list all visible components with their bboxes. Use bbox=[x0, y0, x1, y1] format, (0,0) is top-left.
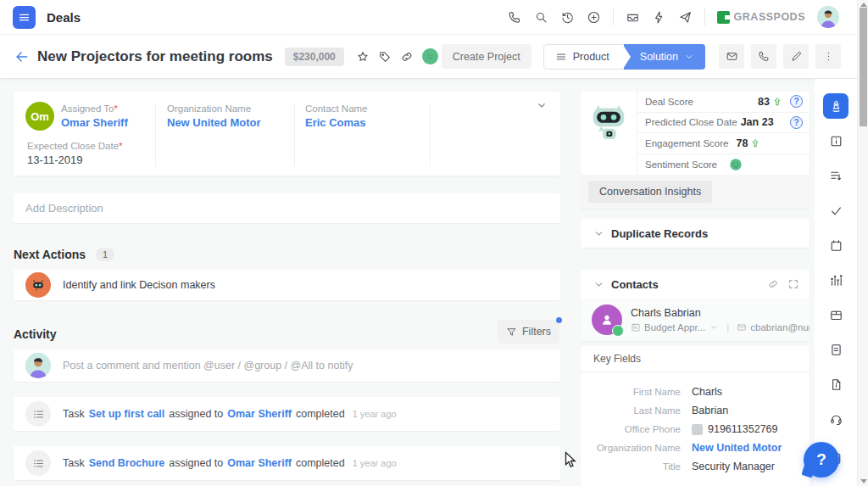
sales-list-icon bbox=[829, 169, 843, 183]
activity-timestamp: 1 year ago bbox=[353, 409, 397, 419]
ai-robot-mascot bbox=[581, 92, 637, 175]
link-button[interactable] bbox=[400, 50, 414, 64]
deal-score-value: 83 bbox=[758, 96, 770, 108]
task-assignee-link[interactable]: Omar Sheriff bbox=[227, 408, 292, 420]
add-button[interactable] bbox=[587, 10, 601, 25]
scrollbar-down-arrow[interactable] bbox=[860, 479, 867, 483]
field-value: Security Manager bbox=[692, 461, 775, 472]
expand-contacts-button[interactable] bbox=[787, 278, 799, 290]
menu-button[interactable] bbox=[13, 6, 36, 29]
rail-info-button[interactable] bbox=[823, 128, 849, 154]
description-input[interactable] bbox=[14, 202, 560, 215]
organization-label: Organization Name bbox=[167, 103, 261, 114]
next-action-item[interactable]: Identify and link Decison makers bbox=[14, 270, 560, 300]
activity-status: completed bbox=[296, 408, 345, 420]
scrollbar-up-arrow[interactable] bbox=[860, 3, 867, 7]
send-button[interactable] bbox=[678, 10, 693, 25]
expand-icon bbox=[787, 278, 799, 290]
bolt-icon bbox=[652, 10, 666, 25]
predicted-close-value: Jan 23 bbox=[741, 116, 774, 128]
duplicate-records-section[interactable]: Duplicate Records bbox=[581, 219, 810, 248]
field-label: Organization Name bbox=[581, 443, 681, 453]
stage-solution[interactable]: Solution bbox=[624, 44, 705, 70]
assigned-to-value[interactable]: Omar Sheriff bbox=[61, 116, 128, 129]
phone-button[interactable] bbox=[751, 44, 776, 69]
inbox-button[interactable] bbox=[626, 10, 640, 25]
field-label: First Name bbox=[581, 387, 681, 397]
edit-button[interactable] bbox=[783, 44, 809, 69]
organization-value[interactable]: New United Motor bbox=[167, 116, 261, 129]
contact-row[interactable]: Charls Babrian Budget Appr... | cbabrian… bbox=[581, 299, 810, 341]
tag-icon bbox=[378, 50, 392, 64]
more-options-button[interactable] bbox=[815, 44, 841, 69]
mouse-cursor bbox=[565, 451, 577, 469]
bolt-button[interactable] bbox=[652, 10, 666, 25]
rail-quotes-button[interactable] bbox=[823, 371, 849, 397]
headset-icon bbox=[829, 412, 843, 427]
stage-menu-icon bbox=[555, 51, 567, 63]
description-card bbox=[14, 193, 560, 223]
check-icon bbox=[829, 204, 843, 218]
activity-heading: Activity bbox=[14, 327, 57, 341]
phone-icon bbox=[758, 50, 771, 63]
email-button[interactable] bbox=[719, 44, 744, 69]
tag-button[interactable] bbox=[378, 50, 392, 64]
field-value: 919611352769 bbox=[692, 423, 778, 435]
rail-notes-button[interactable] bbox=[823, 337, 849, 362]
search-button[interactable] bbox=[534, 10, 548, 25]
back-button[interactable] bbox=[14, 48, 31, 65]
task-assignee-link[interactable]: Omar Sheriff bbox=[227, 457, 292, 469]
favorite-button[interactable] bbox=[356, 50, 370, 64]
key-fields-title: Key Fields bbox=[581, 346, 810, 372]
call-button[interactable] bbox=[508, 10, 522, 25]
assigned-to-label: Assigned To* bbox=[61, 103, 128, 114]
chevron-down-icon bbox=[535, 98, 548, 112]
help-icon[interactable]: ? bbox=[790, 95, 803, 108]
help-chat-glyph: ? bbox=[816, 450, 826, 469]
link-contact-button[interactable] bbox=[767, 278, 779, 290]
create-project-button[interactable]: Create Project bbox=[442, 44, 531, 69]
contact-name: Charls Babrian bbox=[631, 307, 810, 319]
history-button[interactable] bbox=[560, 10, 575, 25]
field-label: Office Phone bbox=[581, 424, 681, 434]
help-chat-bubble[interactable]: ? bbox=[804, 442, 839, 478]
field-label: Title bbox=[581, 461, 681, 472]
filters-button[interactable]: Filters bbox=[498, 320, 559, 344]
deal-amount-badge: $230,000 bbox=[285, 47, 344, 66]
rail-deal-insights-button[interactable] bbox=[823, 93, 849, 119]
user-avatar[interactable] bbox=[817, 6, 839, 28]
filter-icon bbox=[506, 327, 517, 338]
app-window: Deals GRASSPODS New Projectors for meeti… bbox=[0, 0, 868, 486]
rail-tasks-button[interactable] bbox=[823, 198, 849, 223]
link-icon bbox=[400, 50, 414, 64]
rail-support-button[interactable] bbox=[823, 406, 849, 432]
task-title-link[interactable]: Set up first call bbox=[89, 408, 165, 420]
contact-value[interactable]: Eric Comas bbox=[305, 116, 366, 129]
deal-score-label: Deal Score bbox=[645, 97, 693, 107]
divider: | bbox=[726, 322, 729, 332]
comment-input[interactable] bbox=[63, 360, 560, 371]
deal-fields-card: Om Assigned To* Omar Sheriff Organizatio… bbox=[14, 92, 560, 176]
contact-stage[interactable]: Budget Appr... bbox=[644, 322, 705, 332]
rail-sales-orders-button[interactable] bbox=[823, 163, 849, 188]
document-icon bbox=[829, 343, 843, 357]
help-icon[interactable]: ? bbox=[790, 116, 803, 129]
contacts-header[interactable]: Contacts bbox=[581, 270, 810, 299]
field-divider bbox=[294, 103, 295, 166]
contact-email[interactable]: cbabrian@numi-mi bbox=[750, 322, 810, 332]
brand-name: GRASSPODS bbox=[734, 11, 805, 23]
engagement-label: Engagement Score bbox=[645, 138, 728, 148]
trend-up-icon bbox=[771, 96, 783, 108]
field-value-link[interactable]: New United Motor bbox=[692, 442, 782, 454]
rail-products-button[interactable] bbox=[823, 302, 849, 327]
task-title-link[interactable]: Send Brochure bbox=[89, 457, 165, 469]
rail-analytics-button[interactable] bbox=[823, 267, 849, 293]
right-icon-rail bbox=[815, 79, 857, 486]
collapse-fields-button[interactable] bbox=[535, 98, 548, 112]
link-icon bbox=[767, 278, 779, 290]
vertical-scrollbar[interactable] bbox=[857, 0, 868, 486]
stage-product[interactable]: Product bbox=[543, 44, 624, 70]
scrollbar-thumb[interactable] bbox=[860, 8, 867, 126]
conversation-insights-button[interactable]: Conversation Insights bbox=[588, 181, 712, 203]
rail-calendar-button[interactable] bbox=[823, 232, 849, 258]
